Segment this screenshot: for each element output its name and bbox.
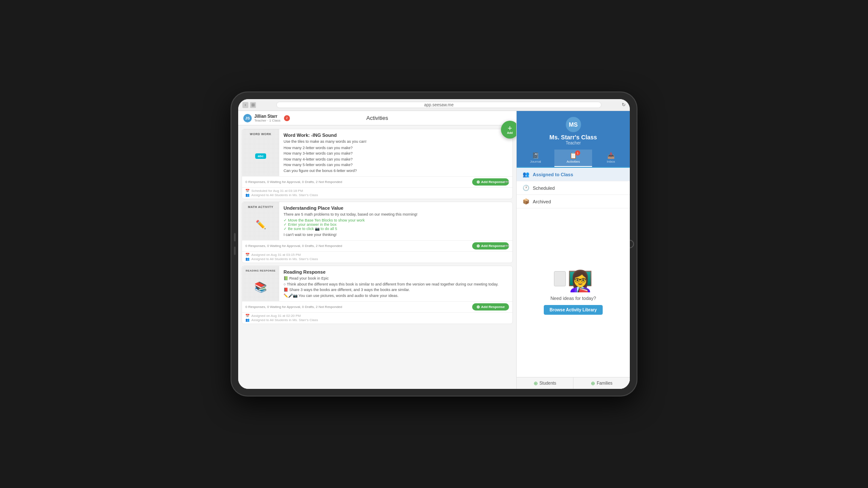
more-options-1[interactable]: ••• (504, 179, 509, 185)
activities-list: WORD WORK abc Word Work: -ING Sound Use … (238, 125, 516, 389)
activity-thumbnail-2: MATH ACTIVITY ✏️ (242, 202, 279, 240)
tablet-left-buttons (234, 233, 236, 255)
class-header: MS Ms. Starr's Class Teacher (517, 111, 630, 150)
activities-panel: JS Jillian Starr Teacher · 1 Class 2 Act… (238, 111, 516, 389)
scheduled-icon: 🕐 (523, 185, 529, 191)
user-info[interactable]: JS Jillian Starr Teacher · 1 Class 2 (243, 114, 290, 122)
browser-grid-button[interactable]: ⊞ (250, 102, 256, 108)
browse-activity-library-button[interactable]: Browse Activity Library (544, 305, 603, 315)
activity-title-3: Reading Response (284, 269, 508, 274)
sidebar-item-archived[interactable]: 📦 Archived (517, 195, 630, 208)
activity-thumbnail-3: READING RESPONSE 📚 (242, 266, 279, 301)
tablet-device: ‹ ⊞ app.seesaw.me ↻ JS Jillian Starr Tea… (231, 92, 637, 396)
students-button[interactable]: ⊕ Students (517, 377, 573, 389)
assigned-meta-1: Assigned to All Students in Ms. Starr's … (245, 193, 509, 197)
scheduled-meta-1: Scheduled for Aug 31 at 03:18 PM (245, 189, 509, 193)
activity-footer-1: 0 Responses, 0 Waiting for Approval, 0 D… (242, 176, 512, 187)
activity-thumbnail-1: WORD WORK abc (242, 129, 279, 176)
browser-nav-buttons: ‹ ⊞ (242, 102, 256, 108)
inbox-icon: 📥 (607, 152, 615, 159)
volume-down-button[interactable] (234, 247, 236, 255)
scheduled-label: Scheduled (533, 186, 555, 191)
archived-label: Archived (533, 199, 551, 204)
assigned-meta-3: Assigned to All Students in Ms. Starr's … (245, 318, 509, 322)
scheduled-meta-2: Assigned on Aug 31 at 03:15 PM (245, 253, 509, 257)
tab-activities[interactable]: 📋 Activities 1 (554, 150, 592, 167)
notification-badge: 2 (284, 115, 290, 121)
ideas-section: 👩‍🏫 Need ideas for today? Browse Activit… (517, 208, 630, 377)
user-name: Jillian Starr (254, 114, 281, 119)
activity-card-2: MATH ACTIVITY ✏️ Understanding Place Val… (242, 202, 513, 263)
activity-card-1: WORD WORK abc Word Work: -ING Sound Use … (242, 129, 513, 199)
doc-illustration (554, 271, 566, 286)
tab-journal[interactable]: 📓 Journal (517, 150, 554, 167)
assigned-meta-2: Assigned to All Students in Ms. Starr's … (245, 257, 509, 261)
tab-inbox[interactable]: 📥 Inbox (592, 150, 630, 167)
app-container: JS Jillian Starr Teacher · 1 Class 2 Act… (238, 111, 630, 389)
tab-inbox-label: Inbox (607, 160, 615, 164)
add-fab-button[interactable]: + Add (501, 121, 516, 139)
activity-footer-3: 0 Responses, 0 Waiting for Approval, 0 D… (242, 301, 512, 312)
more-options-2[interactable]: ••• (504, 243, 509, 249)
bottom-bar: ⊕ Students ⊕ Families (517, 377, 630, 389)
character-illustration: 👩‍🏫 (568, 271, 593, 291)
tab-activities-label: Activities (567, 160, 580, 164)
assigned-label: Assigned to Class (533, 172, 573, 177)
assigned-icon: 👥 (523, 171, 529, 177)
ideas-prompt: Need ideas for today? (551, 296, 596, 301)
add-response-button-3[interactable]: Add Response (472, 303, 509, 311)
families-plus-icon: ⊕ (591, 380, 595, 386)
class-avatar: MS (566, 117, 581, 132)
activity-card-3: READING RESPONSE 📚 Reading Response 📗 Re… (242, 266, 513, 324)
students-label: Students (540, 381, 556, 385)
volume-up-button[interactable] (234, 233, 236, 241)
families-button[interactable]: ⊕ Families (573, 377, 630, 389)
activity-title-2: Understanding Place Value (284, 205, 508, 211)
families-label: Families (597, 381, 612, 385)
nav-tabs: 📓 Journal 📋 Activities 1 📥 Inbox (517, 150, 630, 168)
browser-url-bar[interactable]: app.seesaw.me (276, 102, 601, 108)
browser-reload-button[interactable]: ↻ (622, 102, 626, 108)
page-title: Activities (366, 115, 388, 121)
scheduled-meta-3: Assigned on Aug 31 at 02:20 PM (245, 314, 509, 318)
app-header: JS Jillian Starr Teacher · 1 Class 2 Act… (238, 111, 516, 125)
activities-badge: 1 (575, 150, 580, 155)
activity-footer-2: 0 Responses, 0 Waiting for Approval, 0 D… (242, 240, 512, 251)
sidebar-nav: 👥 Assigned to Class 🕐 Scheduled 📦 Archiv… (517, 168, 630, 208)
ideas-illustration: 👩‍🏫 (554, 271, 593, 291)
journal-icon: 📓 (532, 152, 539, 159)
archived-icon: 📦 (523, 198, 529, 205)
class-role: Teacher (566, 141, 581, 145)
sidebar-item-assigned[interactable]: 👥 Assigned to Class (517, 168, 630, 181)
right-panel: MS Ms. Starr's Class Teacher 📓 Journal 📋… (516, 111, 630, 389)
user-role: Teacher · 1 Class (254, 119, 281, 122)
students-plus-icon: ⊕ (534, 380, 538, 386)
class-name: Ms. Starr's Class (549, 134, 597, 141)
user-avatar: JS (243, 114, 252, 122)
activity-title-1: Word Work: -ING Sound (284, 133, 508, 138)
browser-back-button[interactable]: ‹ (242, 102, 248, 108)
tablet-screen: ‹ ⊞ app.seesaw.me ↻ JS Jillian Starr Tea… (238, 99, 630, 389)
sidebar-item-scheduled[interactable]: 🕐 Scheduled (517, 181, 630, 195)
tab-journal-label: Journal (530, 160, 541, 164)
browser-chrome: ‹ ⊞ app.seesaw.me ↻ (238, 99, 630, 111)
